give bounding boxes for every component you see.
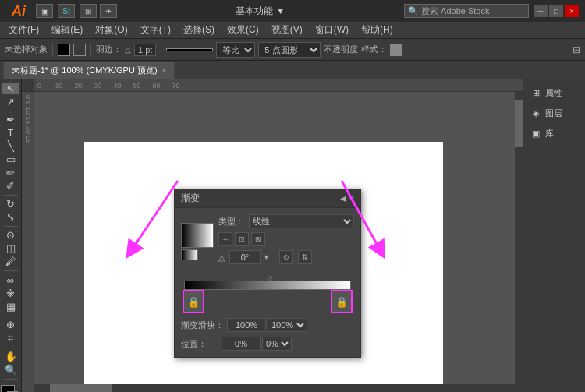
panel-collapse-icon[interactable]: ◀ [340, 194, 346, 203]
arrow-icon[interactable]: ✈ [100, 4, 117, 18]
location-value-select[interactable]: 0% [262, 337, 292, 351]
gradient-swatch-stack [181, 223, 214, 260]
opt-divider-2 [90, 43, 91, 57]
close-button[interactable]: × [565, 5, 579, 17]
tab-close-button[interactable]: × [162, 66, 167, 75]
edit-btn-1[interactable]: ↔ [218, 232, 232, 246]
tool-line[interactable]: ╲ [2, 140, 20, 152]
window-controls: ─ □ × [534, 5, 579, 17]
library-panel-item[interactable]: ▣ 库 [523, 123, 585, 143]
tool-eyedropper[interactable]: 🖉 [2, 256, 20, 267]
tool-pencil[interactable]: ✐ [2, 180, 20, 192]
menu-help[interactable]: 帮助(H) [356, 22, 399, 38]
angle-dropdown-icon[interactable]: ▼ [263, 253, 270, 261]
maximize-button[interactable]: □ [549, 5, 563, 17]
tool-type[interactable]: T [2, 127, 20, 139]
slider-value-group: 100% [227, 318, 354, 332]
vertical-scrollbar[interactable] [515, 92, 523, 392]
slider-value-select[interactable]: 100% [268, 318, 307, 332]
properties-panel-item[interactable]: ⊞ 属性 [523, 83, 585, 103]
tool-rect[interactable]: ▭ [2, 154, 20, 165]
opt-divider-3 [161, 43, 161, 57]
horizontal-scrollbar[interactable] [34, 384, 515, 392]
gradient-stop-right[interactable]: 🔒 [331, 290, 353, 313]
stroke-type-select[interactable]: 等比 [216, 42, 255, 58]
menu-view[interactable]: 视图(V) [266, 22, 308, 38]
edit-icon-row: ↔ ⊡ ⊠ [218, 232, 265, 246]
title-icon-box-2[interactable]: St [58, 4, 75, 18]
tool-scale[interactable]: ⤡ [2, 211, 20, 223]
feather-value[interactable]: 1 pt [134, 44, 156, 56]
edit-row: ↔ ⊡ ⊠ [218, 232, 354, 246]
angle-input[interactable] [229, 250, 261, 264]
ai-logo: Ai [6, 2, 31, 20]
slider-value-input[interactable] [227, 318, 266, 332]
stroke-width-select[interactable]: 5 点圆形 [258, 42, 321, 58]
right-panel: ⊞ 属性 ◈ 图层 ▣ 库 [523, 79, 585, 392]
menu-edit[interactable]: 编辑(E) [46, 22, 88, 38]
gradient-main-swatch[interactable] [181, 223, 214, 248]
layers-label: 图层 [545, 108, 562, 119]
stroke-preview[interactable] [166, 48, 213, 51]
menu-object[interactable]: 对象(O) [90, 22, 133, 38]
panel-controls: ◀ ≡ [340, 194, 354, 203]
lock-icon-left: 🔒 [187, 296, 200, 308]
style-swatch[interactable] [390, 44, 402, 56]
gradient-stop-left[interactable]: 🔒 [183, 290, 204, 313]
title-icon-group: ⊞ ✈ [80, 4, 117, 18]
menu-type[interactable]: 文字(T) [135, 22, 176, 38]
gradient-bar[interactable] [184, 281, 351, 290]
feather-up-icon: △ [125, 45, 131, 54]
location-value-group: 0% [222, 337, 354, 351]
tool-zoom[interactable]: 🔍 [2, 364, 20, 376]
opt-divider-1 [52, 43, 53, 57]
document-tab[interactable]: 未标题-1* @ 100% (CMYK/GPU 预览) × [3, 62, 175, 79]
search-icon: 🔍 [408, 6, 419, 16]
gradient-small-swatch[interactable] [181, 249, 198, 260]
adobe-stock-search[interactable]: 🔍 搜索 Adobe Stock [404, 4, 529, 18]
edit-btn-2[interactable]: ⊡ [235, 232, 249, 246]
tab-title: 未标题-1* @ 100% (CMYK/GPU 预览) [12, 65, 158, 76]
tool-pen[interactable]: ✒ [2, 114, 20, 125]
ruler-v-marks: 0 5 10 15 20 25 [24, 95, 32, 144]
grid-icon[interactable]: ⊞ [80, 4, 97, 18]
fill-color-swatch[interactable] [58, 44, 70, 56]
style-label: 样式： [361, 44, 387, 55]
aspect-btn[interactable]: ⊙ [279, 250, 293, 264]
tool-gradient[interactable]: ◫ [2, 242, 20, 254]
vertical-scrollbar-thumb[interactable] [515, 100, 523, 147]
gradient-stops-row: 🔒 🔒 [184, 291, 351, 313]
tool-blend[interactable]: ∞ [2, 274, 20, 286]
layers-panel-item[interactable]: ◈ 图层 [523, 103, 585, 123]
gradient-panel-header[interactable]: 渐变 ◀ ≡ [175, 189, 360, 208]
type-row: 类型： 线性 径向 [218, 214, 354, 228]
edit-btn-3[interactable]: ⊠ [251, 232, 265, 246]
tool-symbol[interactable]: ※ [2, 288, 20, 299]
panel-menu-icon[interactable]: ≡ [349, 194, 354, 203]
tool-rotate[interactable]: ↻ [2, 198, 20, 210]
menu-select[interactable]: 选择(S) [178, 22, 220, 38]
tool-hand[interactable]: ✋ [2, 351, 20, 362]
horizontal-scrollbar-thumb[interactable] [50, 384, 112, 392]
gradient-bar-container: ◇ [181, 274, 354, 290]
arrange-icon[interactable]: ⊟ [573, 44, 580, 55]
tool-artboard[interactable]: ⊕ [2, 319, 20, 330]
minimize-button[interactable]: ─ [534, 5, 548, 17]
opacity-label: 不透明度 [324, 44, 358, 55]
tool-graph[interactable]: ▦ [2, 301, 20, 313]
menu-file[interactable]: 文件(F) [3, 22, 44, 38]
location-value-input[interactable] [222, 337, 261, 351]
stroke-box[interactable] [73, 44, 86, 56]
workspace-selector[interactable]: 基本功能 ▼ [122, 5, 399, 18]
tool-select[interactable]: ↖ [2, 83, 20, 94]
tool-direct-select[interactable]: ↗ [2, 96, 20, 108]
tool-warp[interactable]: ⊙ [2, 229, 20, 241]
menu-window[interactable]: 窗口(W) [310, 22, 354, 38]
left-toolbar: ↖ ↗ ✒ T ╲ ▭ ✏ ✐ ↻ ⤡ ⊙ ◫ 🖉 ∞ ※ ▦ ⊕ ⌗ ✋ 🔍 [0, 79, 22, 392]
type-select[interactable]: 线性 径向 [249, 214, 354, 228]
tool-paintbrush[interactable]: ✏ [2, 167, 20, 178]
flip-btn[interactable]: ⇅ [298, 250, 312, 264]
menu-effect[interactable]: 效果(C) [222, 22, 264, 38]
tool-slice[interactable]: ⌗ [2, 332, 20, 344]
title-icon-box-1[interactable]: ▣ [36, 4, 53, 18]
